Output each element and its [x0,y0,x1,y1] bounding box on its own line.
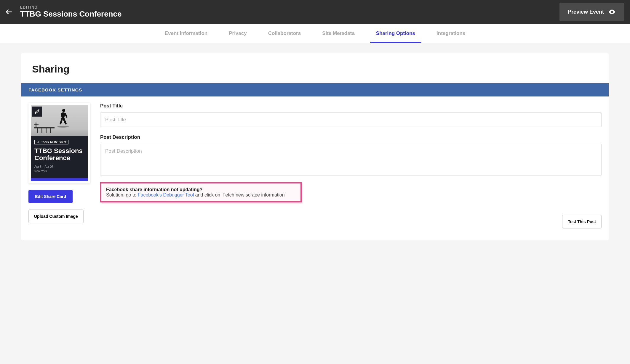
svg-rect-6 [41,128,42,133]
share-card-inner: Tools To Be Great TTBG Sessions Conferen… [31,105,88,181]
share-card-logo-badge [32,107,42,117]
edit-share-card-button[interactable]: Edit Share Card [28,190,73,203]
facebook-form: Post Title Post Description Facebook sha… [100,103,602,228]
tab-privacy[interactable]: Privacy [229,24,247,43]
svg-rect-9 [34,127,55,128]
eye-icon [608,8,616,16]
share-card-brand-label: Tools To Be Great [41,141,66,144]
pier-silhouette [34,123,55,133]
svg-rect-7 [46,128,47,133]
test-row: Test This Post [100,215,602,228]
share-card-body: Tools To Be Great TTBG Sessions Conferen… [31,136,88,178]
preview-event-button[interactable]: Preview Event [559,3,624,21]
post-description-field: Post Description [100,134,602,177]
panel-inner: Sharing [21,63,609,75]
svg-rect-4 [34,124,39,125]
tab-integrations[interactable]: Integrations [436,24,465,43]
svg-rect-8 [50,128,51,133]
callout-title: Facebook share information not updating? [106,187,296,192]
tab-sharing-options[interactable]: Sharing Options [376,24,415,43]
share-card-brand-pill: Tools To Be Great [34,140,68,144]
arrow-left-icon [5,8,13,16]
tab-event-information[interactable]: Event Information [165,24,208,43]
share-card-column: Tools To Be Great TTBG Sessions Conferen… [28,103,90,223]
share-card-preview: Tools To Be Great TTBG Sessions Conferen… [28,103,90,183]
panel: Sharing FACEBOOK SETTINGS [21,53,609,240]
header-titles: EDITING TTBG Sessions Conference [20,5,121,19]
header-left: EDITING TTBG Sessions Conference [3,5,121,19]
tab-collaborators[interactable]: Collaborators [268,24,301,43]
share-card-stripe [31,178,88,181]
surfer-silhouette [57,108,70,128]
post-title-label: Post Title [100,103,602,109]
header-title: TTBG Sessions Conference [20,9,121,19]
svg-rect-5 [37,128,38,133]
test-this-post-button[interactable]: Test This Post [562,215,602,228]
header-bar: EDITING TTBG Sessions Conference Preview… [0,0,630,24]
share-card-location: New York [34,169,84,173]
upload-custom-image-button[interactable]: Upload Custom Image [28,210,84,223]
callout-text-suffix: and click on 'Fetch new scrape informati… [194,192,285,197]
post-description-input[interactable] [100,144,602,176]
facebook-area: Tools To Be Great TTBG Sessions Conferen… [21,103,609,228]
preview-event-label: Preview Event [568,9,604,15]
share-card-meta: Apr 5 – Apr 07 New York [34,165,84,173]
post-title-input[interactable] [100,112,602,127]
svg-rect-3 [36,123,36,128]
header-kicker: EDITING [20,5,121,9]
callout-text: Solution: go to Facebook's Debugger Tool… [106,192,296,198]
facebook-debug-callout: Facebook share information not updating?… [100,182,302,202]
page-title: Sharing [32,63,598,75]
callout-text-prefix: Solution: go to [106,192,138,197]
tools-icon [36,141,40,144]
svg-point-1 [611,11,613,12]
post-title-field: Post Title [100,103,602,127]
content-wrap: Sharing FACEBOOK SETTINGS [0,43,630,250]
share-card-date: Apr 5 – Apr 07 [34,165,84,169]
facebook-debugger-link[interactable]: Facebook's Debugger Tool [138,192,194,197]
share-card-title: TTBG Sessions Conference [34,147,84,162]
back-button[interactable] [3,6,15,18]
facebook-section-header: FACEBOOK SETTINGS [21,83,609,96]
post-description-label: Post Description [100,134,602,140]
tab-bar: Event Information Privacy Collaborators … [0,24,630,43]
share-card-image [31,105,88,136]
tab-site-metadata[interactable]: Site Metadata [322,24,355,43]
tools-icon [34,109,40,115]
svg-point-2 [57,126,69,128]
